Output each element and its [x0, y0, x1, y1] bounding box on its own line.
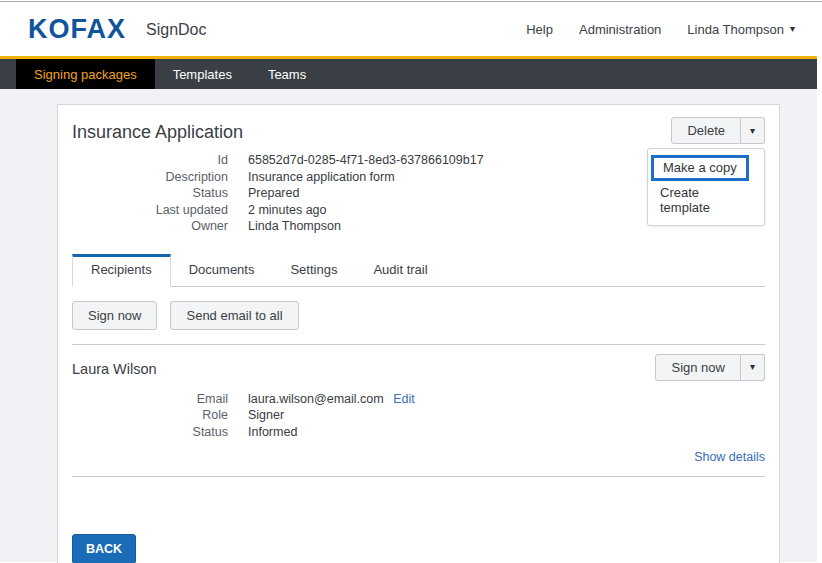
detail-row-recipient-status: Status Informed — [72, 424, 765, 441]
caret-down-icon: ▾ — [790, 24, 795, 34]
nav-tab-teams[interactable]: Teams — [250, 59, 324, 89]
caret-down-icon: ▾ — [750, 362, 755, 372]
recipient-sign-now-split-button: Sign now ▾ — [655, 354, 765, 381]
recipient-head: Laura Wilson Sign now ▾ — [72, 354, 765, 381]
recipient-foot: Show details — [72, 450, 765, 464]
delete-button[interactable]: Delete — [671, 117, 741, 144]
kofax-logo: KOFAX — [28, 14, 126, 45]
menu-item-make-a-copy[interactable]: Make a copy — [648, 153, 764, 181]
administration-link[interactable]: Administration — [579, 22, 661, 37]
package-actions-menu: Make a copy Create template — [647, 148, 765, 226]
help-link[interactable]: Help — [526, 22, 553, 37]
recipient-details: Email laura.wilson@email.com Edit Role S… — [72, 391, 765, 441]
detail-label: Owner — [72, 218, 228, 235]
detail-value: Prepared — [248, 185, 299, 202]
menu-item-create-template[interactable]: Create template — [648, 181, 764, 219]
detail-value: Linda Thompson — [248, 218, 341, 235]
detail-row-email: Email laura.wilson@email.com Edit — [72, 391, 765, 408]
nav-tab-templates[interactable]: Templates — [155, 59, 250, 89]
user-menu[interactable]: Linda Thompson ▾ — [687, 22, 795, 37]
delete-button-group: Delete ▾ Make a copy Create template — [671, 117, 765, 144]
detail-label: Description — [72, 169, 228, 186]
recipients-actions: Sign now Send email to all — [72, 301, 765, 330]
highlight-box: Make a copy — [651, 155, 749, 181]
detail-value: Insurance application form — [248, 169, 395, 186]
page-title: Insurance Application — [72, 117, 243, 143]
detail-value: Informed — [248, 424, 297, 441]
delete-dropdown-toggle[interactable]: ▾ — [741, 117, 765, 144]
header-links: Help Administration Linda Thompson ▾ — [526, 22, 795, 37]
main-nav: Signing packages Templates Teams — [0, 56, 817, 89]
package-tabs: Recipients Documents Settings Audit trai… — [72, 253, 765, 287]
tab-documents[interactable]: Documents — [171, 254, 273, 287]
recipient-sign-now-dropdown-toggle[interactable]: ▾ — [741, 354, 765, 381]
user-name: Linda Thompson — [687, 22, 784, 37]
section-divider — [72, 476, 765, 477]
back-row: BACK — [72, 534, 765, 563]
recipient-name: Laura Wilson — [72, 354, 157, 377]
detail-label: Last updated — [72, 202, 228, 219]
edit-email-link[interactable]: Edit — [393, 392, 415, 406]
product-name: SignDoc — [146, 21, 206, 39]
signing-package-card: Insurance Application Delete ▾ Make a co… — [57, 104, 780, 563]
app-viewport: KOFAX SignDoc Help Administration Linda … — [0, 2, 817, 562]
tab-settings[interactable]: Settings — [272, 254, 355, 287]
nav-tab-signing-packages[interactable]: Signing packages — [16, 59, 155, 89]
back-button[interactable]: BACK — [72, 534, 136, 563]
detail-label: Email — [72, 391, 228, 408]
detail-value: 65852d7d-0285-4f71-8ed3-637866109b17 — [248, 152, 484, 169]
card-head: Insurance Application Delete ▾ Make a co… — [72, 117, 765, 144]
app-header: KOFAX SignDoc Help Administration Linda … — [0, 2, 817, 56]
caret-down-icon: ▾ — [750, 126, 755, 136]
recipient-sign-now-button[interactable]: Sign now — [655, 354, 740, 381]
sign-now-button[interactable]: Sign now — [72, 301, 157, 330]
detail-label: Status — [72, 424, 228, 441]
recipient-email: laura.wilson@email.com — [248, 392, 384, 406]
main-area: Insurance Application Delete ▾ Make a co… — [0, 89, 817, 562]
detail-label: Status — [72, 185, 228, 202]
detail-value: laura.wilson@email.com Edit — [248, 391, 415, 408]
show-details-link[interactable]: Show details — [694, 450, 765, 464]
tab-recipients[interactable]: Recipients — [72, 254, 171, 287]
detail-label: Role — [72, 407, 228, 424]
detail-label: Id — [72, 152, 228, 169]
delete-split-button: Delete ▾ — [671, 117, 765, 144]
tab-audit-trail[interactable]: Audit trail — [355, 254, 445, 287]
detail-value: 2 minutes ago — [248, 202, 327, 219]
detail-value: Signer — [248, 407, 284, 424]
recipient-section: Laura Wilson Sign now ▾ Email laura.wils… — [72, 344, 765, 465]
send-email-to-all-button[interactable]: Send email to all — [170, 301, 298, 330]
detail-row-role: Role Signer — [72, 407, 765, 424]
